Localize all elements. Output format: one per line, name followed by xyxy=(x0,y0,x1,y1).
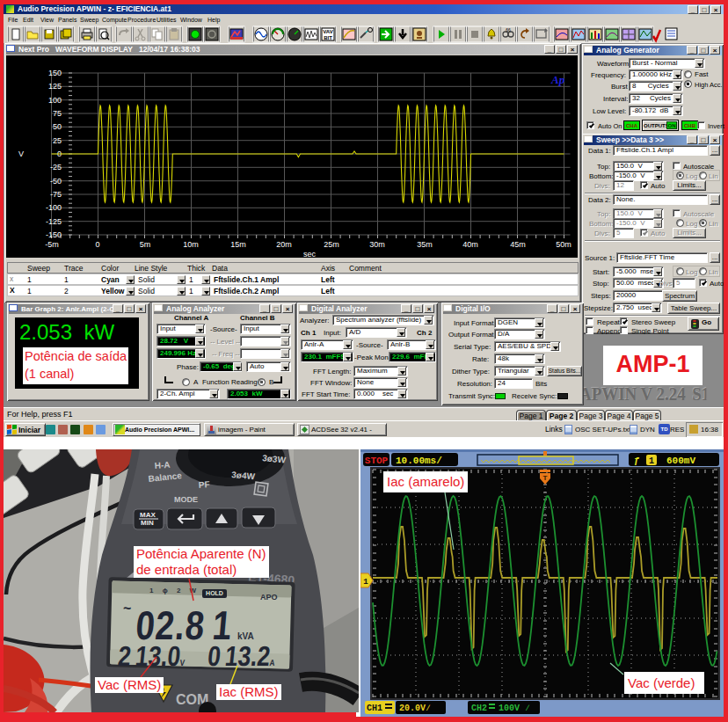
svg-text:V: V xyxy=(18,150,24,158)
svg-text:1: 1 xyxy=(363,578,368,587)
svg-text:50: 50 xyxy=(53,122,62,131)
svg-text:CH1: CH1 xyxy=(367,704,382,713)
svg-text:125: 125 xyxy=(48,82,62,91)
svg-text:25: 25 xyxy=(53,136,62,145)
svg-text:STOP: STOP xyxy=(365,456,389,466)
svg-text:-75: -75 xyxy=(50,190,62,199)
svg-text:Ap: Ap xyxy=(550,73,565,86)
svg-text:75: 75 xyxy=(53,109,62,118)
svg-text:35m: 35m xyxy=(417,240,433,249)
svg-text:-5m: -5m xyxy=(45,240,59,249)
svg-text:20.0V∕: 20.0V∕ xyxy=(399,704,431,713)
svg-text:100: 100 xyxy=(48,96,62,105)
svg-text:-150: -150 xyxy=(46,230,62,239)
svg-text:600mV: 600mV xyxy=(666,456,695,466)
svg-text:10.00ms/: 10.00ms/ xyxy=(396,456,442,466)
svg-text:T: T xyxy=(543,474,548,482)
svg-text:30m: 30m xyxy=(369,240,385,249)
svg-text:66: 66 xyxy=(506,27,511,33)
svg-text:5m: 5m xyxy=(140,240,151,249)
svg-text:40m: 40m xyxy=(462,240,478,249)
svg-text:BIT: BIT xyxy=(324,35,332,40)
svg-text:Iac (amarelo): Iac (amarelo) xyxy=(387,474,464,489)
svg-text:0: 0 xyxy=(95,240,99,249)
svg-text:Vac (verde): Vac (verde) xyxy=(628,675,695,690)
svg-text:20m: 20m xyxy=(276,240,292,249)
svg-text:45m: 45m xyxy=(510,240,526,249)
svg-text:10m: 10m xyxy=(183,240,199,249)
svg-text:50m: 50m xyxy=(556,240,571,249)
svg-text:25m: 25m xyxy=(324,240,339,249)
svg-text:100V ∕: 100V ∕ xyxy=(499,704,530,713)
svg-text:sec: sec xyxy=(303,250,317,258)
svg-text:15m: 15m xyxy=(230,240,246,249)
svg-text:150: 150 xyxy=(48,69,62,77)
svg-text:-50: -50 xyxy=(50,177,62,186)
svg-text:-25: -25 xyxy=(50,163,62,171)
svg-text:VAV: VAV xyxy=(323,29,332,34)
svg-text:-100: -100 xyxy=(46,203,62,212)
svg-text:-125: -125 xyxy=(46,217,62,226)
svg-text:ƒ: ƒ xyxy=(634,456,640,466)
svg-text:CH2: CH2 xyxy=(471,704,487,713)
svg-text:1: 1 xyxy=(649,456,654,466)
